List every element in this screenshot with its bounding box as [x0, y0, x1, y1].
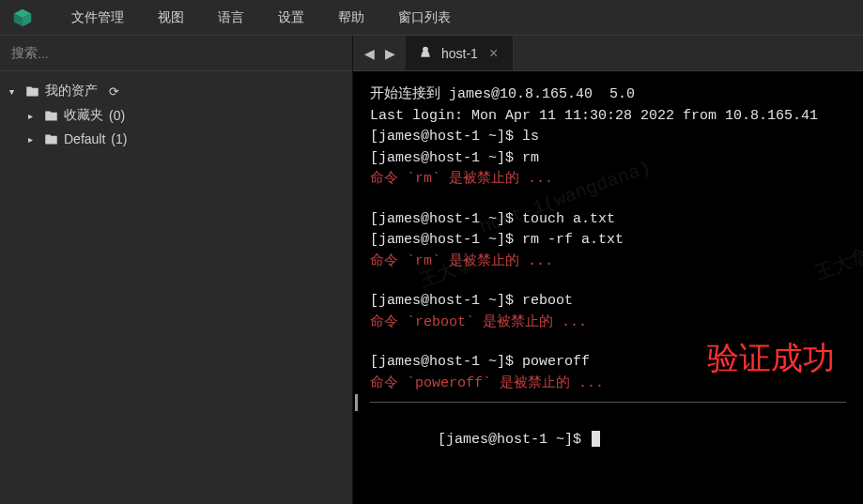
terminal-line: [370, 191, 846, 209]
menu-file[interactable]: 文件管理: [56, 4, 139, 32]
sidebar: 搜索... ▾ 我的资产 ⟳ ▸ 收藏夹 (0) ▸: [0, 36, 353, 504]
terminal-line: [james@host-1 ~]$ rm: [370, 148, 846, 170]
tree-root-label: 我的资产: [45, 83, 98, 99]
tree-item-label: Default: [64, 131, 105, 146]
tab-next-button[interactable]: ▶: [381, 45, 398, 62]
app-logo-icon: [11, 7, 34, 29]
tab-close-button[interactable]: ×: [487, 45, 500, 62]
terminal-line: Last login: Mon Apr 11 11:30:28 2022 fro…: [370, 106, 846, 128]
menu-view[interactable]: 视图: [143, 4, 199, 32]
tree-item-favorites[interactable]: ▸ 收藏夹 (0): [0, 103, 352, 128]
asset-tree: ▾ 我的资产 ⟳ ▸ 收藏夹 (0) ▸ Default: [0, 71, 352, 158]
caret-right-icon: ▸: [28, 111, 38, 121]
tree-item-default[interactable]: ▸ Default (1): [0, 128, 352, 150]
tree-item-label: 收藏夹: [64, 107, 103, 124]
terminal-line: [james@host-1 ~]$ touch a.txt: [370, 209, 846, 231]
folder-icon: [43, 109, 58, 123]
terminal-line: 命令 `rm` 是被禁止的 ...: [370, 252, 846, 273]
tab-prev-button[interactable]: ◀: [361, 45, 378, 62]
divider: [355, 394, 358, 411]
terminal-line: [370, 272, 846, 291]
terminal-line: [james@host-1 ~]$ ls: [370, 127, 846, 148]
tabbar: ◀ ▶ host-1 ×: [353, 36, 863, 71]
refresh-icon[interactable]: ⟳: [109, 84, 119, 99]
terminal[interactable]: host-1(wangdana) 王大拿( 王大拿 开始连接到 james@10…: [353, 71, 863, 504]
menubar: 文件管理 视图 语言 设置 帮助 窗口列表: [0, 0, 863, 36]
linux-icon: [419, 45, 432, 61]
menu-language[interactable]: 语言: [203, 4, 259, 32]
menu-settings[interactable]: 设置: [263, 4, 319, 32]
tree-item-count: (1): [111, 131, 127, 146]
search-input[interactable]: 搜索...: [0, 36, 352, 71]
menu-help[interactable]: 帮助: [323, 4, 379, 32]
terminal-line: 开始连接到 james@10.8.165.40 5.0: [370, 84, 846, 106]
success-badge: 验证成功: [707, 334, 835, 382]
tree-item-count: (0): [109, 108, 125, 123]
tree-root-my-assets[interactable]: ▾ 我的资产 ⟳: [0, 79, 352, 103]
folder-icon: [24, 84, 39, 99]
terminal-line: 命令 `reboot` 是被禁止的 ...: [370, 313, 846, 334]
tab-label: host-1: [441, 46, 478, 61]
terminal-line: [james@host-1 ~]$ rm -rf a.txt: [370, 230, 846, 252]
terminal-prompt-line: [james@host-1 ~]$: [370, 402, 846, 472]
cursor-icon: [592, 431, 600, 447]
search-label: 搜索: [11, 45, 38, 62]
caret-down-icon: ▾: [9, 86, 19, 97]
terminal-line: 命令 `rm` 是被禁止的 ...: [370, 169, 846, 191]
tab-host-1[interactable]: host-1 ×: [406, 36, 514, 70]
prompt-text: [james@host-1 ~]$: [438, 432, 590, 448]
svg-point-3: [423, 47, 428, 53]
main-panel: ◀ ▶ host-1 × host-1(wangdana) 王大拿( 王大拿 开…: [353, 36, 863, 504]
caret-right-icon: ▸: [28, 134, 38, 145]
menu-window-list[interactable]: 窗口列表: [383, 4, 466, 32]
folder-icon: [43, 132, 58, 146]
terminal-line: [james@host-1 ~]$ reboot: [370, 291, 846, 313]
